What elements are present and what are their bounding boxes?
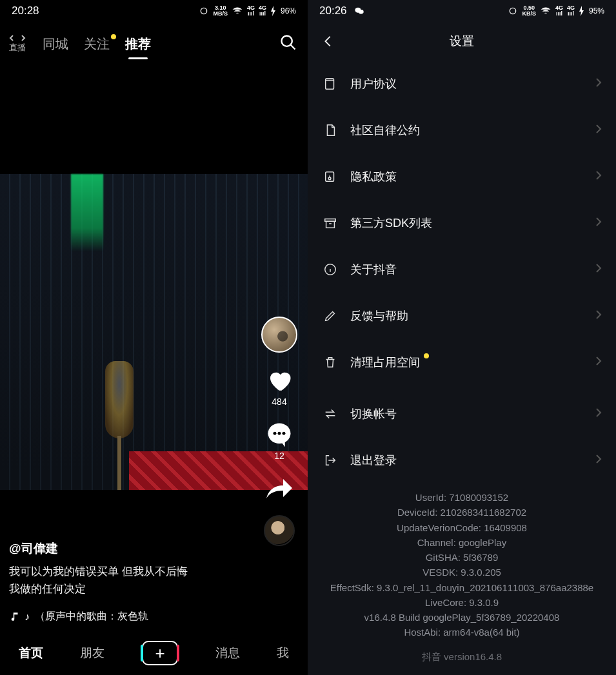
nav-messages[interactable]: 消息	[215, 645, 240, 661]
settings-row-label: 切换帐号	[350, 406, 397, 422]
settings-row-lock[interactable]: 隐私政策	[312, 153, 612, 200]
logout-icon	[322, 452, 339, 469]
svg-point-2	[273, 432, 277, 435]
charging-icon	[270, 6, 277, 16]
top-tabs: 直播 同城 关注 推荐	[0, 22, 308, 61]
chevron-right-icon	[595, 170, 602, 183]
comment-button[interactable]: 12	[266, 421, 293, 461]
share-button[interactable]	[264, 475, 295, 501]
trash-icon	[322, 354, 339, 371]
music-disc[interactable]	[264, 515, 295, 546]
net-speed: 0.50KB/S	[522, 5, 536, 17]
nav-friends[interactable]: 朋友	[80, 645, 104, 661]
doc-icon	[322, 122, 339, 139]
signal-1: 4Gıııl	[247, 5, 255, 17]
status-bar-right: 20:26 0.50KB/S 4Gıııl 4Gıııl 95%	[308, 0, 616, 22]
clock: 20:26	[319, 5, 347, 17]
debug-line: UserId: 71080093152	[314, 490, 610, 505]
charging-icon	[579, 6, 585, 16]
comment-count: 12	[274, 451, 284, 461]
debug-line: GitSHA: 5f36789	[314, 550, 610, 565]
nav-home[interactable]: 首页	[19, 645, 43, 661]
svg-point-6	[358, 10, 363, 14]
debug-line: LiveCore: 9.3.0.9	[314, 595, 610, 610]
debug-info: UserId: 71080093152DeviceId: 21026834116…	[308, 490, 616, 640]
chevron-right-icon	[595, 124, 602, 137]
tab-live[interactable]: 直播	[6, 33, 28, 55]
settings-row-edit[interactable]: 反馈与帮助	[312, 293, 612, 339]
debug-line: Channel: googlePlay	[314, 535, 610, 550]
settings-list: 用户协议社区自律公约隐私政策第三方SDK列表关于抖音反馈与帮助清理占用空间切换帐…	[308, 61, 616, 484]
settings-row-label: 退出登录	[350, 453, 397, 468]
archive-icon	[322, 215, 339, 231]
tab-recommend[interactable]: 推荐	[117, 32, 159, 57]
edit-icon	[322, 308, 339, 324]
settings-row-info[interactable]: 关于抖音	[312, 246, 612, 293]
battery-pct: 95%	[589, 6, 604, 15]
author-avatar[interactable]	[261, 317, 297, 353]
settings-row-book[interactable]: 用户协议	[312, 61, 612, 107]
comment-icon	[266, 421, 293, 448]
debug-line: v16.4.8 Build googlePlay_5f36789_2022040…	[314, 610, 610, 625]
debug-line: HostAbi: arm64-v8a(64 bit)	[314, 625, 610, 640]
author-name[interactable]: @司偉建	[9, 540, 250, 557]
status-bar-left: 20:28 3.10MB/S 4Gıııl 4Gıııl 96%	[0, 0, 308, 22]
wifi-icon	[540, 6, 551, 15]
net-speed: 3.10MB/S	[213, 5, 228, 17]
chevron-right-icon	[595, 407, 602, 420]
tab-follow[interactable]: 关注	[76, 32, 117, 57]
settings-header: 设置	[308, 22, 616, 61]
debug-line: VESDK: 9.3.0.205	[314, 565, 610, 580]
settings-row-swap[interactable]: 切换帐号	[312, 391, 612, 437]
settings-row-label: 用户协议	[350, 76, 397, 92]
battery-pct: 96%	[281, 6, 296, 15]
heart-icon	[266, 367, 293, 394]
lock-icon	[322, 168, 339, 185]
debug-line: DeviceId: 2102683411682702	[314, 505, 610, 520]
settings-row-label: 隐私政策	[350, 169, 397, 184]
settings-row-logout[interactable]: 退出登录	[312, 437, 612, 484]
chevron-right-icon	[595, 454, 602, 467]
back-button[interactable]	[314, 22, 343, 61]
chevron-right-icon	[595, 77, 602, 90]
video-caption: @司偉建 我可以为我的错误买单 但我从不后悔 我做的任何决定	[9, 540, 250, 598]
settings-row-archive[interactable]: 第三方SDK列表	[312, 200, 612, 246]
svg-point-0	[282, 36, 292, 46]
signal-2: 4Gıııl	[259, 5, 266, 17]
settings-row-label: 第三方SDK列表	[350, 215, 432, 231]
alarm-icon	[199, 6, 209, 16]
svg-point-3	[278, 432, 281, 435]
nav-me[interactable]: 我	[277, 645, 289, 661]
chevron-left-icon	[321, 34, 335, 48]
search-icon	[279, 34, 297, 52]
like-count: 484	[272, 396, 286, 407]
douyin-feed-screen: 20:28 3.10MB/S 4Gıııl 4Gıııl 96% 直播 同城 关…	[0, 0, 308, 675]
chevron-right-icon	[595, 263, 602, 276]
settings-row-doc[interactable]: 社区自律公约	[312, 107, 612, 153]
dot-icon	[111, 34, 116, 39]
settings-screen: 20:26 0.50KB/S 4Gıııl 4Gıııl 95% 设置 用户协议…	[308, 0, 616, 675]
music-marquee[interactable]: ♪ （原声中的歌曲：灰色轨	[9, 610, 148, 623]
caption-text: 我可以为我的错误买单 但我从不后悔 我做的任何决定	[9, 563, 250, 598]
music-note-icon	[9, 611, 21, 623]
chevron-right-icon	[595, 356, 602, 369]
info-icon	[322, 261, 339, 278]
nav-create[interactable]: +	[142, 641, 178, 665]
like-button[interactable]: 484	[266, 367, 293, 407]
plus-icon: +	[155, 645, 164, 661]
chevron-right-icon	[595, 217, 602, 230]
settings-row-label: 社区自律公约	[350, 122, 420, 138]
debug-line: UpdateVerionCode: 16409908	[314, 520, 610, 535]
clock: 20:28	[12, 5, 39, 17]
signal-2: 4Gıııl	[567, 5, 575, 17]
debug-line: EffectSdk: 9.3.0_rel_11_douyin_202106111…	[314, 580, 610, 595]
swap-icon	[322, 406, 339, 422]
bottom-nav: 首页 朋友 + 消息 我	[0, 631, 308, 675]
settings-row-label: 关于抖音	[350, 262, 397, 277]
svg-point-4	[283, 432, 286, 435]
tab-city[interactable]: 同城	[35, 32, 76, 57]
settings-row-trash[interactable]: 清理占用空间	[312, 339, 612, 386]
search-button[interactable]	[275, 30, 301, 58]
chevron-right-icon	[595, 309, 602, 322]
version-footer: 抖音 version16.4.8	[308, 651, 616, 663]
